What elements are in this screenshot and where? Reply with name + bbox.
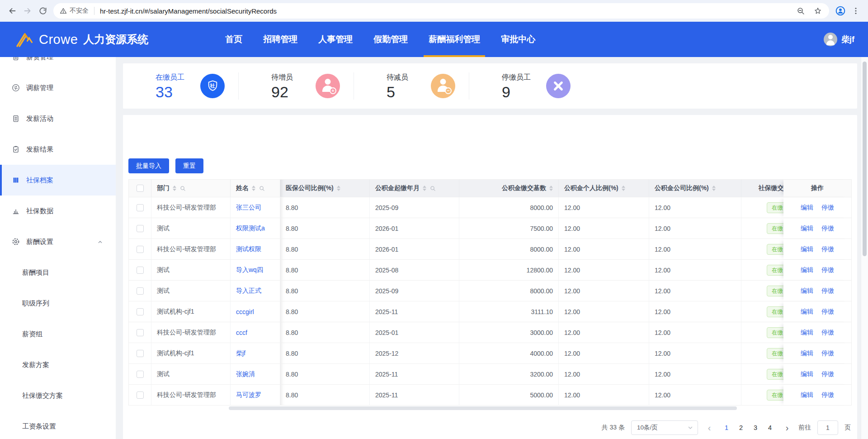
address-bar[interactable]: 不安全 hr-test.zjf-it.cn/#/salaryManagement… bbox=[53, 3, 829, 19]
employee-name-link[interactable]: 导入正式 bbox=[236, 287, 261, 295]
employee-name-link[interactable]: cccgirl bbox=[236, 308, 254, 315]
sidebar-item-1[interactable]: 薪资管理 bbox=[0, 57, 116, 72]
sidebar-item-8[interactable]: 薪酬项目 bbox=[0, 257, 116, 288]
nav-item-5[interactable]: 薪酬福利管理 bbox=[429, 22, 480, 57]
stop-payment-link[interactable]: 停缴 bbox=[821, 287, 834, 295]
column-header-1[interactable]: 部门 bbox=[151, 180, 231, 197]
bookmark-star-icon[interactable] bbox=[810, 3, 826, 19]
edit-link[interactable]: 编辑 bbox=[801, 391, 813, 399]
forward-icon[interactable] bbox=[20, 3, 35, 19]
sidebar-item-4[interactable]: 发薪结果 bbox=[0, 134, 116, 165]
nav-item-1[interactable]: 首页 bbox=[225, 22, 242, 57]
employee-name-link[interactable]: 柴jf bbox=[236, 349, 245, 358]
browser-menu-icon[interactable] bbox=[848, 3, 863, 19]
column-header-2[interactable]: 姓名 bbox=[231, 180, 280, 197]
sidebar-item-5[interactable]: 社保档案 bbox=[0, 165, 116, 196]
batch-import-button[interactable]: 批量导入 bbox=[128, 158, 169, 173]
stop-payment-link[interactable]: 停缴 bbox=[821, 224, 834, 233]
sidebar-item-12[interactable]: 社保缴交方案 bbox=[0, 380, 116, 411]
nav-item-4[interactable]: 假勤管理 bbox=[373, 22, 408, 57]
edit-link[interactable]: 编辑 bbox=[801, 329, 813, 337]
select-all-checkbox[interactable] bbox=[137, 185, 144, 192]
vertical-scrollbar-thumb[interactable] bbox=[863, 62, 867, 256]
stop-payment-link[interactable]: 停缴 bbox=[821, 391, 834, 399]
page-size-select[interactable]: 10条/页 bbox=[631, 420, 698, 435]
page-number-1[interactable]: 1 bbox=[721, 422, 732, 433]
nav-item-6[interactable]: 审批中心 bbox=[501, 22, 535, 57]
edit-link[interactable]: 编辑 bbox=[801, 224, 813, 233]
stop-payment-link[interactable]: 停缴 bbox=[821, 204, 834, 212]
row-checkbox[interactable] bbox=[137, 350, 144, 357]
row-checkbox[interactable] bbox=[137, 204, 144, 211]
sort-icon[interactable] bbox=[622, 186, 625, 191]
stop-payment-link[interactable]: 停缴 bbox=[821, 308, 834, 316]
horizontal-scrollbar[interactable] bbox=[128, 406, 852, 410]
employee-name-link[interactable]: 导入wq四 bbox=[236, 266, 263, 274]
sort-icon[interactable] bbox=[252, 186, 255, 191]
sidebar-item-3[interactable]: 发薪活动 bbox=[0, 103, 116, 134]
security-chip[interactable]: 不安全 bbox=[60, 7, 89, 15]
page-number-3[interactable]: 3 bbox=[750, 422, 761, 433]
sidebar-item-9[interactable]: 职级序列 bbox=[0, 288, 116, 319]
sidebar-item-13[interactable]: 工资条设置 bbox=[0, 411, 116, 439]
column-header-3[interactable]: 医保公司比例(%) bbox=[280, 180, 370, 197]
employee-name-link[interactable]: cccf bbox=[236, 329, 247, 336]
column-header-7[interactable]: 公积金公司比例(%) bbox=[649, 180, 741, 197]
user-menu[interactable]: 柴jf bbox=[824, 33, 854, 46]
search-filter-icon[interactable] bbox=[259, 186, 265, 191]
edit-link[interactable]: 编辑 bbox=[801, 266, 813, 274]
employee-name-link[interactable]: 张婉清 bbox=[236, 370, 255, 378]
stop-payment-link[interactable]: 停缴 bbox=[821, 329, 834, 337]
sidebar-item-6[interactable]: 社保数据 bbox=[0, 196, 116, 226]
employee-name-link[interactable]: 权限测试a bbox=[236, 224, 265, 233]
reload-icon[interactable] bbox=[35, 3, 51, 19]
page-number-2[interactable]: 2 bbox=[735, 422, 747, 433]
nav-item-3[interactable]: 人事管理 bbox=[318, 22, 353, 57]
column-header-6[interactable]: 公积金个人比例(%) bbox=[559, 180, 649, 197]
employee-name-link[interactable]: 马可波罗 bbox=[236, 391, 261, 399]
sidebar-item-10[interactable]: 薪资组 bbox=[0, 319, 116, 349]
edit-link[interactable]: 编辑 bbox=[801, 287, 813, 295]
edit-link[interactable]: 编辑 bbox=[801, 204, 813, 212]
row-checkbox[interactable] bbox=[137, 225, 144, 232]
row-checkbox[interactable] bbox=[137, 287, 144, 295]
sort-icon[interactable] bbox=[712, 186, 716, 191]
sort-icon[interactable] bbox=[173, 186, 176, 191]
profile-icon[interactable] bbox=[833, 3, 848, 19]
edit-link[interactable]: 编辑 bbox=[801, 370, 813, 378]
sidebar-item-7[interactable]: 薪酬设置 bbox=[0, 226, 116, 257]
sort-icon[interactable] bbox=[337, 186, 340, 191]
row-checkbox[interactable] bbox=[137, 267, 144, 274]
horizontal-scrollbar-thumb[interactable] bbox=[229, 406, 737, 410]
column-header-4[interactable]: 公积金起缴年月 bbox=[370, 180, 459, 197]
sort-icon[interactable] bbox=[549, 186, 553, 191]
sidebar-item-11[interactable]: 发薪方案 bbox=[0, 349, 116, 380]
search-filter-icon[interactable] bbox=[430, 186, 436, 191]
stop-payment-link[interactable]: 停缴 bbox=[821, 266, 834, 274]
back-icon[interactable] bbox=[5, 3, 20, 19]
search-filter-icon[interactable] bbox=[180, 186, 186, 191]
row-checkbox[interactable] bbox=[137, 391, 144, 399]
employee-name-link[interactable]: 测试权限 bbox=[236, 245, 261, 253]
edit-link[interactable]: 编辑 bbox=[801, 349, 813, 358]
nav-item-2[interactable]: 招聘管理 bbox=[263, 22, 297, 57]
stop-payment-link[interactable]: 停缴 bbox=[821, 245, 834, 253]
edit-link[interactable]: 编辑 bbox=[801, 308, 813, 316]
prev-page-button[interactable]: ‹ bbox=[704, 423, 714, 432]
edit-link[interactable]: 编辑 bbox=[801, 245, 813, 253]
zoom-icon[interactable] bbox=[793, 3, 808, 19]
goto-page-input[interactable] bbox=[817, 420, 838, 435]
vertical-scrollbar[interactable] bbox=[861, 57, 868, 439]
sidebar-item-2[interactable]: 调薪管理 bbox=[0, 72, 116, 103]
column-header-5[interactable]: 公积金缴交基数 bbox=[459, 180, 559, 197]
row-checkbox[interactable] bbox=[137, 246, 144, 253]
employee-name-link[interactable]: 张三公司 bbox=[236, 204, 261, 212]
row-checkbox[interactable] bbox=[137, 371, 144, 378]
reset-button[interactable]: 重置 bbox=[175, 158, 203, 173]
row-checkbox[interactable] bbox=[137, 329, 144, 336]
sort-icon[interactable] bbox=[423, 186, 426, 191]
stop-payment-link[interactable]: 停缴 bbox=[821, 349, 834, 358]
page-number-4[interactable]: 4 bbox=[764, 422, 776, 433]
next-page-button[interactable]: › bbox=[782, 423, 792, 432]
row-checkbox[interactable] bbox=[137, 308, 144, 315]
